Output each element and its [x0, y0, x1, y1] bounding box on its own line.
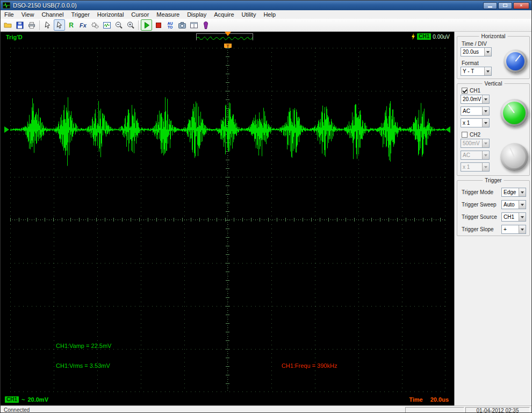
- ribbon-icon: [202, 21, 210, 30]
- zoom-in-button[interactable]: [125, 19, 136, 31]
- run-button[interactable]: [141, 19, 152, 31]
- chevron-down-icon: [482, 95, 489, 103]
- connection-status: Connected: [4, 407, 30, 413]
- waveform-canvas: [10, 48, 445, 392]
- status-datetime: 01-04-2012 02:35: [465, 407, 530, 413]
- menu-item-utility[interactable]: Utility: [238, 10, 260, 19]
- zoom-out-button[interactable]: [113, 19, 124, 31]
- horizontal-group: Horizontal Time / DIV 20.0us Format Y - …: [457, 36, 530, 79]
- trigger-slope-label: Trigger Slope: [462, 226, 494, 232]
- waveform-export-button[interactable]: [101, 19, 112, 31]
- format-select[interactable]: Y - T: [461, 67, 492, 76]
- window-panels-icon: [190, 21, 198, 30]
- maximize-button[interactable]: [498, 2, 512, 9]
- print-button[interactable]: [26, 19, 37, 31]
- trigger-sweep-label: Trigger Sweep: [462, 202, 497, 208]
- knob-indicator: [515, 55, 521, 62]
- printer-icon: [27, 21, 36, 30]
- ch2-coupling-select[interactable]: AC: [461, 151, 490, 160]
- chevron-down-icon: [482, 107, 489, 115]
- horizontal-position-knob[interactable]: [504, 49, 527, 73]
- ch1-volts-select[interactable]: 20.0mV: [461, 95, 490, 104]
- menu-item-cursor[interactable]: Cursor: [127, 10, 153, 19]
- ch2-position-knob[interactable]: [500, 143, 528, 171]
- close-button[interactable]: ×: [513, 2, 529, 9]
- open-button[interactable]: [2, 19, 13, 31]
- folder-open-icon: [4, 21, 12, 30]
- trigger-level-value: 0.00uV: [433, 34, 450, 40]
- auto-setup-icon: AUTO: [167, 22, 172, 29]
- ch1-position-knob[interactable]: [500, 99, 528, 127]
- status-cell-empty: [405, 407, 464, 413]
- ch1-coupling-symbol: ~: [21, 396, 25, 403]
- titlebar[interactable]: DSO-2150 USB(7.0.0.0) ×: [1, 1, 531, 10]
- ch1-probe-select[interactable]: x 1: [461, 118, 490, 127]
- minimize-button[interactable]: [483, 2, 497, 9]
- ch1-checkbox[interactable]: [462, 88, 468, 94]
- measurement-freq: CH1:Frequ = 390kHz: [282, 362, 337, 369]
- stop-icon: [154, 21, 163, 30]
- snapshot-button[interactable]: [176, 19, 188, 31]
- menu-item-trigger[interactable]: Trigger: [67, 10, 93, 19]
- scope-bottom-readout: CH1 ~ 20.0mV Time 20.0us: [1, 394, 454, 405]
- trigger-source-select[interactable]: CH1: [501, 212, 526, 222]
- menu-item-channel[interactable]: Channel: [38, 10, 67, 19]
- stop-button[interactable]: [153, 19, 164, 31]
- chevron-down-icon: [519, 213, 526, 221]
- chevron-down-icon: [482, 139, 489, 147]
- waveform-preview-canvas: [197, 35, 253, 41]
- cursor-tool-button[interactable]: [42, 19, 53, 31]
- menu-item-display[interactable]: Display: [183, 10, 210, 19]
- time-div-select[interactable]: 20.0us: [461, 47, 492, 56]
- measurement-vrms: CH1:Vrms = 3.53mV: [56, 362, 110, 369]
- ch2-checkbox[interactable]: [462, 132, 468, 138]
- app-icon: [3, 2, 10, 9]
- menu-item-help[interactable]: Help: [260, 10, 279, 19]
- menu-item-horizontal[interactable]: Horizontal: [94, 10, 128, 19]
- control-panel: Horizontal Time / DIV 20.0us Format Y - …: [454, 32, 532, 405]
- color-settings-button[interactable]: [200, 19, 211, 31]
- camera-icon: [178, 21, 186, 30]
- toolbar-separator: [138, 20, 139, 30]
- save-button[interactable]: [14, 19, 25, 31]
- menu-item-measure[interactable]: Measure: [153, 10, 183, 19]
- format-label: Format: [462, 60, 479, 66]
- ch2-volts-select[interactable]: 500mV: [461, 139, 490, 148]
- menu-item-file[interactable]: File: [1, 10, 18, 19]
- zoom-in-icon: [126, 21, 135, 30]
- trigger-slope-select[interactable]: +: [501, 225, 526, 234]
- math-function-button[interactable]: Fx: [77, 19, 89, 31]
- ch1-coupling-select[interactable]: AC: [461, 106, 490, 116]
- scope-display: Trig'D CH1 0.00uV T CH1:Vamp = 22.5mV CH…: [1, 32, 454, 405]
- ch1-ground-marker-left[interactable]: [4, 126, 9, 133]
- ch2-checkbox-label: CH2: [470, 132, 480, 138]
- knob-indicator: [508, 104, 515, 113]
- floppy-disk-icon: [16, 21, 24, 30]
- chevron-down-icon: [484, 48, 491, 56]
- measurement-vamp: CH1:Vamp = 22.5mV: [56, 343, 111, 349]
- trigger-level-readout: CH1 0.00uV: [411, 33, 450, 40]
- trigger-position-marker[interactable]: [225, 32, 231, 36]
- ch1-ground-marker-right[interactable]: [445, 126, 450, 133]
- ch2-probe-select[interactable]: x 1: [461, 162, 490, 172]
- status-cells: 01-04-2012 02:35: [405, 407, 530, 413]
- toolbar-separator: [39, 20, 40, 30]
- chevron-down-icon: [482, 151, 489, 159]
- time-div-label: Time / DIV: [462, 41, 487, 47]
- menu-item-view[interactable]: View: [18, 10, 38, 19]
- trigger-group-title: Trigger: [483, 177, 504, 183]
- trigger-sweep-select[interactable]: Auto: [501, 200, 526, 209]
- lightning-icon: [411, 33, 415, 40]
- menu-item-acquire[interactable]: Acquire: [210, 10, 238, 19]
- auto-setup-button[interactable]: AUTO: [164, 19, 176, 31]
- refresh-button[interactable]: R: [66, 19, 77, 31]
- trigger-mode-select[interactable]: Edge: [501, 188, 526, 197]
- panels-button[interactable]: [188, 19, 199, 31]
- chevron-down-icon: [484, 67, 491, 75]
- select-tool-button[interactable]: [54, 19, 65, 31]
- trigger-source-label: Trigger Source: [462, 214, 497, 220]
- waveform-image-icon: [103, 21, 111, 30]
- ch1-badge: CH1: [5, 396, 19, 403]
- toolbar: R Fx AUTO: [1, 19, 531, 32]
- settings-button[interactable]: [89, 19, 100, 31]
